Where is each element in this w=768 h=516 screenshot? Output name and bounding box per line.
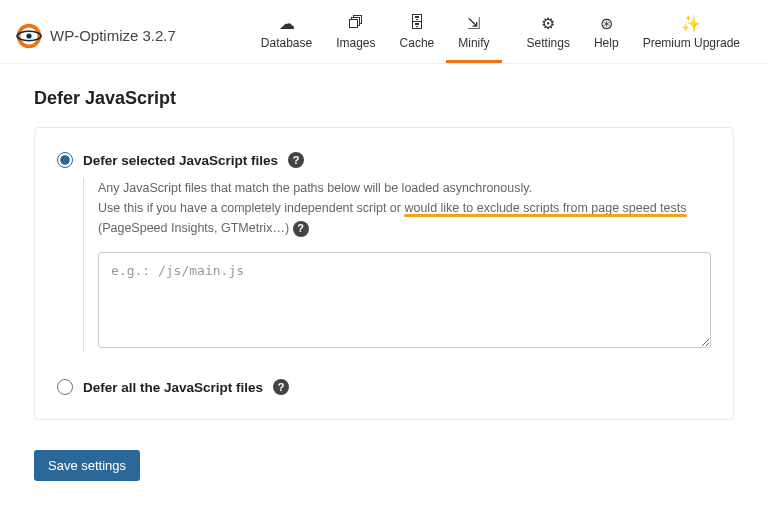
help-icon[interactable]: ? xyxy=(293,221,309,237)
nav-label: Premium Upgrade xyxy=(643,36,740,50)
option1-desc-line3: (PageSpeed Insights, GTMetrix…) xyxy=(98,221,289,235)
page-title: Defer JavaScript xyxy=(34,88,734,109)
brand-title: WP-Optimize 3.2.7 xyxy=(50,27,176,44)
radio-defer-all[interactable] xyxy=(57,379,73,395)
page-body: Defer JavaScript Defer selected JavaScri… xyxy=(0,64,768,505)
nav-cache[interactable]: 🗄 Cache xyxy=(388,8,447,63)
save-settings-button[interactable]: Save settings xyxy=(34,450,140,481)
defer-paths-textarea[interactable] xyxy=(98,252,711,348)
option1-desc-line2a: Use this if you have a completely indepe… xyxy=(98,201,404,215)
nav-database[interactable]: ☁ Database xyxy=(249,8,324,63)
brand: WP-Optimize 3.2.7 xyxy=(16,23,176,49)
top-nav: ☁ Database 🗇 Images 🗄 Cache ⇲ Minify ⚙ S… xyxy=(249,8,752,63)
nav-label: Settings xyxy=(527,36,570,50)
nav-label: Minify xyxy=(458,36,489,50)
lifebuoy-icon: ⊛ xyxy=(600,14,613,32)
wand-icon: ✨ xyxy=(681,14,701,32)
images-icon: 🗇 xyxy=(348,14,364,32)
top-bar: WP-Optimize 3.2.7 ☁ Database 🗇 Images 🗄 … xyxy=(0,0,768,64)
nav-images[interactable]: 🗇 Images xyxy=(324,8,387,63)
nav-label: Images xyxy=(336,36,375,50)
option-label: Defer selected JavaScript files xyxy=(83,153,278,168)
option1-description: Any JavaScript files that match the path… xyxy=(83,178,711,351)
logo-icon xyxy=(16,23,42,49)
svg-point-2 xyxy=(26,33,31,38)
help-icon[interactable]: ? xyxy=(273,379,289,395)
option1-desc-highlight: would like to exclude scripts from page … xyxy=(404,201,686,215)
nav-settings[interactable]: ⚙ Settings xyxy=(515,8,582,63)
option-label: Defer all the JavaScript files xyxy=(83,380,263,395)
option1-desc-line1: Any JavaScript files that match the path… xyxy=(98,181,532,195)
highlight-underline xyxy=(404,214,686,217)
options-panel: Defer selected JavaScript files ? Any Ja… xyxy=(34,127,734,420)
option-defer-selected[interactable]: Defer selected JavaScript files ? xyxy=(57,152,711,168)
archive-icon: 🗄 xyxy=(409,14,425,32)
nav-label: Cache xyxy=(400,36,435,50)
nav-help[interactable]: ⊛ Help xyxy=(582,8,631,63)
radio-defer-selected[interactable] xyxy=(57,152,73,168)
help-icon[interactable]: ? xyxy=(288,152,304,168)
nav-label: Help xyxy=(594,36,619,50)
cloud-icon: ☁ xyxy=(279,14,295,32)
nav-label: Database xyxy=(261,36,312,50)
nav-premium-upgrade[interactable]: ✨ Premium Upgrade xyxy=(631,8,752,63)
option-defer-all[interactable]: Defer all the JavaScript files ? xyxy=(57,379,711,395)
sliders-icon: ⚙ xyxy=(541,14,555,32)
compress-icon: ⇲ xyxy=(467,14,480,32)
nav-minify[interactable]: ⇲ Minify xyxy=(446,8,501,63)
